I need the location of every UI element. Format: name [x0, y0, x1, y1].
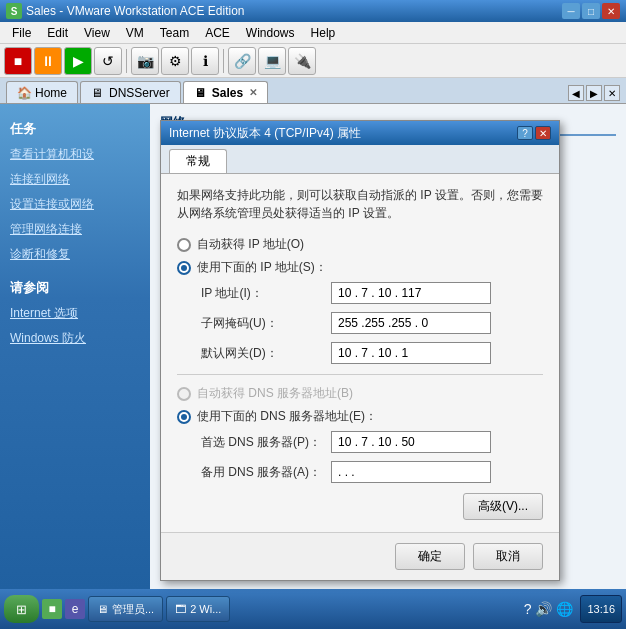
- sidebar: 任务 查看计算机和设 连接到网络 设置连接或网络 管理网络连接 诊断和修复 请参…: [0, 104, 150, 589]
- radio-manual-ip-row[interactable]: 使用下面的 IP 地址(S)：: [177, 259, 543, 276]
- info-button[interactable]: ℹ: [191, 47, 219, 75]
- pause-button[interactable]: ⏸: [34, 47, 62, 75]
- settings-button[interactable]: ⚙: [161, 47, 189, 75]
- taskbar-app-wi[interactable]: 🗔 2 Wi...: [166, 596, 230, 622]
- dialog-close-button[interactable]: ✕: [535, 126, 551, 140]
- title-bar: S Sales - VMware Workstation ACE Edition…: [0, 0, 626, 22]
- radio-manual-dns-label: 使用下面的 DNS 服务器地址(E)：: [197, 408, 377, 425]
- app-icon: S: [6, 3, 22, 19]
- vm-button[interactable]: 💻: [258, 47, 286, 75]
- time-display: 13:16: [587, 603, 615, 615]
- dialog-title-text: Internet 协议版本 4 (TCP/IPv4) 属性: [169, 125, 517, 142]
- separator1: [126, 49, 127, 73]
- sidebar-section-see-also: 请参阅: [0, 267, 150, 301]
- tab-sales[interactable]: 🖥 Sales ✕: [183, 81, 268, 103]
- sales-icon: 🖥: [194, 86, 208, 100]
- refresh-button[interactable]: ↺: [94, 47, 122, 75]
- tab-dnsserver-label: DNSServer: [109, 86, 170, 100]
- gateway-row: 默认网关(D)： 10 . 7 . 10 . 1: [177, 342, 543, 364]
- subnet-mask-label: 子网掩码(U)：: [201, 315, 331, 332]
- tab-sales-label: Sales: [212, 86, 243, 100]
- dialog-body: 如果网络支持此功能，则可以获取自动指派的 IP 设置。否则，您需要从网络系统管理…: [161, 174, 559, 532]
- taskbar-app-admin-label: 管理员...: [112, 602, 154, 617]
- menu-help[interactable]: Help: [303, 24, 344, 42]
- maximize-button[interactable]: □: [582, 3, 600, 19]
- sidebar-link-diagnose[interactable]: 诊断和修复: [0, 242, 150, 267]
- menu-ace[interactable]: ACE: [197, 24, 238, 42]
- radio-manual-dns-circle[interactable]: [177, 410, 191, 424]
- usb-button[interactable]: 🔌: [288, 47, 316, 75]
- dialog-tabs: 常规: [161, 145, 559, 174]
- dnsserver-icon: 🖥: [91, 86, 105, 100]
- tray-icon-1: ?: [524, 601, 532, 617]
- sidebar-section-tasks: 任务: [0, 114, 150, 142]
- subnet-mask-input[interactable]: 255 .255 .255 . 0: [331, 312, 491, 334]
- title-bar-text: Sales - VMware Workstation ACE Edition: [26, 4, 562, 18]
- radio-auto-ip-label: 自动获得 IP 地址(O): [197, 236, 304, 253]
- menu-file[interactable]: File: [4, 24, 39, 42]
- tabs-bar: 🏠 Home 🖥 DNSServer 🖥 Sales ✕ ◀ ▶ ✕: [0, 78, 626, 104]
- tab-sales-close[interactable]: ✕: [249, 87, 257, 98]
- taskbar-app-admin-icon: 🖥: [97, 603, 108, 615]
- dns-secondary-input[interactable]: . . .: [331, 461, 491, 483]
- start-button[interactable]: ⊞: [4, 595, 39, 623]
- tab-home[interactable]: 🏠 Home: [6, 81, 78, 103]
- tab-home-label: Home: [35, 86, 67, 100]
- radio-manual-ip-circle[interactable]: [177, 261, 191, 275]
- ip-address-input[interactable]: 10 . 7 . 10 . 117: [331, 282, 491, 304]
- play-button[interactable]: ▶: [64, 47, 92, 75]
- sidebar-link-windows-firewall[interactable]: Windows 防火: [0, 326, 150, 351]
- dialog-tab-general[interactable]: 常规: [169, 149, 227, 173]
- tabs-right: ◀ ▶ ✕: [566, 85, 620, 103]
- radio-auto-ip-circle[interactable]: [177, 238, 191, 252]
- advanced-button[interactable]: 高级(V)...: [463, 493, 543, 520]
- gateway-input[interactable]: 10 . 7 . 10 . 1: [331, 342, 491, 364]
- minimize-button[interactable]: ─: [562, 3, 580, 19]
- menu-team[interactable]: Team: [152, 24, 197, 42]
- title-bar-buttons: ─ □ ✕: [562, 3, 620, 19]
- radio-auto-dns-row: 自动获得 DNS 服务器地址(B): [177, 385, 543, 402]
- tcp-ip-dialog: Internet 协议版本 4 (TCP/IPv4) 属性 ? ✕ 常规 如果网…: [160, 120, 560, 581]
- dns-primary-label: 首选 DNS 服务器(P)：: [201, 434, 331, 451]
- close-button[interactable]: ✕: [602, 3, 620, 19]
- radio-manual-dns-row[interactable]: 使用下面的 DNS 服务器地址(E)：: [177, 408, 543, 425]
- taskbar: ⊞ ■ e 🖥 管理员... 🗔 2 Wi... ? 🔊 🌐 13:16: [0, 589, 626, 629]
- taskbar-icon-2[interactable]: e: [65, 599, 85, 619]
- sidebar-link-connect-network[interactable]: 连接到网络: [0, 167, 150, 192]
- dialog-help-button[interactable]: ?: [517, 126, 533, 140]
- taskbar-icon-1[interactable]: ■: [42, 599, 62, 619]
- snapshot-button[interactable]: 📷: [131, 47, 159, 75]
- sidebar-link-internet-options[interactable]: Internet 选项: [0, 301, 150, 326]
- menu-windows[interactable]: Windows: [238, 24, 303, 42]
- menu-view[interactable]: View: [76, 24, 118, 42]
- ok-button[interactable]: 确定: [395, 543, 465, 570]
- tabs-nav-close[interactable]: ✕: [604, 85, 620, 101]
- tabs-nav-right[interactable]: ▶: [586, 85, 602, 101]
- menu-vm[interactable]: VM: [118, 24, 152, 42]
- dns-secondary-label: 备用 DNS 服务器(A)：: [201, 464, 331, 481]
- taskbar-app-admin[interactable]: 🖥 管理员...: [88, 596, 163, 622]
- radio-auto-dns-label: 自动获得 DNS 服务器地址(B): [197, 385, 353, 402]
- stop-button[interactable]: ■: [4, 47, 32, 75]
- sidebar-link-view-computers[interactable]: 查看计算机和设: [0, 142, 150, 167]
- tray-icon-2: 🔊: [535, 601, 552, 617]
- tabs-nav-left[interactable]: ◀: [568, 85, 584, 101]
- ip-address-label: IP 地址(I)：: [201, 285, 331, 302]
- dialog-title-buttons: ? ✕: [517, 126, 551, 140]
- gateway-label: 默认网关(D)：: [201, 345, 331, 362]
- dns-secondary-row: 备用 DNS 服务器(A)： . . .: [177, 461, 543, 483]
- radio-auto-dns-circle: [177, 387, 191, 401]
- taskbar-app-wi-label: 2 Wi...: [190, 603, 221, 615]
- network-button[interactable]: 🔗: [228, 47, 256, 75]
- dns-primary-input[interactable]: 10 . 7 . 10 . 50: [331, 431, 491, 453]
- taskbar-app-wi-icon: 🗔: [175, 603, 186, 615]
- ip-address-row: IP 地址(I)： 10 . 7 . 10 . 117: [177, 282, 543, 304]
- radio-manual-ip-label: 使用下面的 IP 地址(S)：: [197, 259, 327, 276]
- cancel-button[interactable]: 取消: [473, 543, 543, 570]
- tab-dnsserver[interactable]: 🖥 DNSServer: [80, 81, 181, 103]
- sidebar-link-setup-connection[interactable]: 设置连接或网络: [0, 192, 150, 217]
- sidebar-link-manage-connections[interactable]: 管理网络连接: [0, 217, 150, 242]
- radio-auto-ip-row[interactable]: 自动获得 IP 地址(O): [177, 236, 543, 253]
- menu-edit[interactable]: Edit: [39, 24, 76, 42]
- separator2: [223, 49, 224, 73]
